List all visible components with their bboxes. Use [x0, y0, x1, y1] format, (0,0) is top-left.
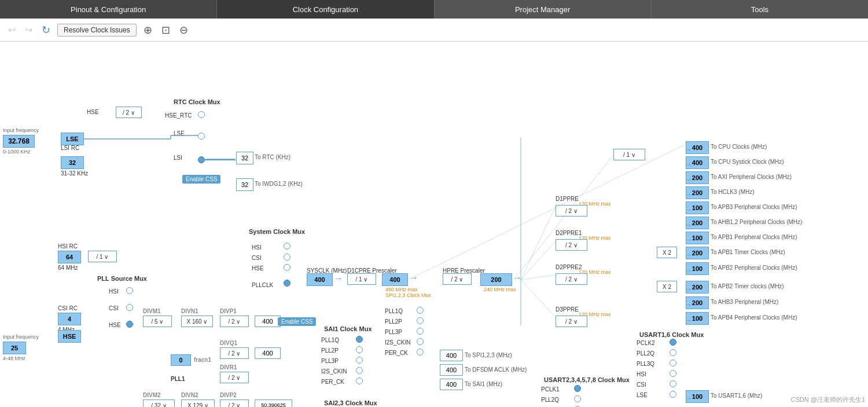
to-cpu-label: To CPU Clocks (MHz): [711, 144, 767, 150]
spi-mux-pll1q[interactable]: [417, 307, 424, 314]
csi-rc-value[interactable]: 4: [58, 313, 81, 325]
divq1-select[interactable]: / 2 ∨: [220, 347, 249, 359]
spi-mux-i2sckin[interactable]: [417, 338, 424, 345]
input-freq2-value[interactable]: 25: [3, 342, 26, 354]
sai1-mux-pll2p[interactable]: [356, 346, 363, 353]
iwdg-output-val[interactable]: 32: [236, 178, 253, 191]
rtc-mux-circle-lse[interactable]: [198, 133, 205, 140]
divp2-select[interactable]: / 2 ∨: [220, 399, 249, 407]
p2-output[interactable]: 50.390625: [255, 399, 292, 407]
resolve-clock-issues-button[interactable]: Resolve Clock Issues: [57, 24, 137, 36]
divp1-select[interactable]: / 2 ∨: [220, 316, 249, 327]
svg-line-7: [521, 241, 556, 280]
sai1-mux-perck[interactable]: [356, 377, 363, 384]
rtc-output-val[interactable]: 32: [236, 152, 253, 164]
usart16-mux-hsi[interactable]: [670, 370, 676, 377]
x2-1-box: X 2: [657, 247, 677, 258]
sys-hsi-label: HSI: [252, 244, 262, 251]
redo-button[interactable]: ↪: [23, 23, 35, 36]
enable-css-button-top[interactable]: Enable CSS: [182, 175, 220, 184]
usart2345-mux-pll2q[interactable]: [574, 395, 581, 402]
pll-src-hse-circle[interactable]: [126, 321, 133, 328]
spi-mux-perck[interactable]: [417, 349, 424, 355]
hsi-rc-value[interactable]: 64: [58, 251, 81, 263]
input-freq-label: Input frequency: [3, 127, 39, 133]
usart16-mux-pclk2[interactable]: [670, 339, 676, 346]
hse-box[interactable]: HSE: [58, 330, 81, 343]
to-rtc-label: To RTC (KHz): [255, 154, 290, 160]
sys-mux-hsi-circle[interactable]: [284, 243, 290, 250]
spi-mux-pll2p[interactable]: [417, 317, 424, 324]
divm1-select[interactable]: / 5 ∨: [143, 316, 172, 327]
sai1-mux-i2sckin[interactable]: [356, 367, 363, 374]
d1ppre-select[interactable]: / 2 ∨: [556, 205, 587, 217]
pll-src-hsi-circle[interactable]: [126, 287, 133, 294]
toolbar: ↩ ↪ ↻ Resolve Clock Issues ⊕ ⊡ ⊖: [0, 19, 868, 42]
zoom-out-button[interactable]: ⊖: [177, 23, 190, 38]
rtc-mux-circle-hse[interactable]: [198, 111, 205, 118]
sys-mux-csi-circle[interactable]: [284, 254, 290, 261]
sai1-val[interactable]: 400: [440, 379, 463, 390]
input-freq-value[interactable]: 32.768: [3, 135, 35, 148]
divr1-select[interactable]: / 2 ∨: [220, 372, 249, 383]
zoom-fit-button[interactable]: ⊡: [159, 23, 172, 38]
rtc-mux-circle-lsi[interactable]: [198, 156, 205, 163]
lse-box[interactable]: LSE: [61, 133, 84, 145]
tab-project[interactable]: Project Manager: [435, 0, 652, 19]
dfsdm-val[interactable]: 400: [440, 364, 463, 376]
tab-tools[interactable]: Tools: [652, 0, 868, 19]
sys-mux-hse-circle[interactable]: [284, 264, 290, 271]
usart16-mux-lse[interactable]: [670, 391, 676, 398]
sai1-pll3p-label: PLL3P: [321, 358, 339, 364]
tab-pinout[interactable]: Pinout & Configuration: [0, 0, 217, 19]
tab-clock[interactable]: Clock Configuration: [217, 0, 434, 19]
sai1-mux-pll1q[interactable]: [356, 336, 363, 343]
spi-perck-label: PER_CK: [385, 350, 408, 356]
x129-select[interactable]: X 129 ∨: [181, 399, 215, 407]
lsi-rc-value[interactable]: 32: [61, 156, 84, 169]
x2-2-box: X 2: [657, 281, 677, 292]
divm2-select[interactable]: / 32 ∨: [143, 399, 175, 407]
divn1-label: DIVN1: [181, 308, 198, 314]
spi-pll3p-label: PLL3P: [385, 329, 402, 335]
spi-mux-pll3p[interactable]: [417, 328, 424, 335]
usart16-mux-pll2q[interactable]: [670, 349, 676, 356]
fracn1-val[interactable]: 0: [171, 354, 191, 366]
divr1-label: DIVR1: [220, 364, 237, 371]
sai1-mux-pll3p[interactable]: [356, 357, 363, 364]
usart2345-mux-pclk1[interactable]: [574, 385, 581, 392]
hpre-output[interactable]: 200: [480, 273, 512, 286]
zoom-fit-icon: ⊡: [161, 24, 170, 36]
undo-button[interactable]: ↩: [6, 23, 18, 36]
d2ppre1-label: D2PPRE1: [556, 230, 582, 236]
enable-css-button-bottom[interactable]: Enable CSS: [278, 317, 316, 326]
to-hclk3-label: To HCLK3 (MHz): [711, 189, 755, 195]
d2ppre1-select[interactable]: / 2 ∨: [556, 239, 587, 251]
pll-src-csi-circle[interactable]: [126, 304, 133, 311]
input-freq2-label: Input frequency: [3, 334, 39, 340]
p1-output[interactable]: 400: [255, 316, 281, 327]
sysclk-value[interactable]: 400: [307, 273, 333, 286]
usart2345-pll2q: PLL2Q: [541, 397, 559, 403]
spi-val[interactable]: 400: [440, 350, 463, 361]
zoom-in-button[interactable]: ⊕: [141, 23, 155, 38]
d1cpre-output[interactable]: 400: [382, 273, 408, 286]
to-axi-label: To AXI Peripheral Clocks (MHz): [711, 174, 792, 180]
hpre-select[interactable]: / 2 ∨: [443, 273, 472, 285]
d3ppre-select[interactable]: / 2 ∨: [556, 316, 587, 327]
div2-rtc-select[interactable]: / 2 ∨: [116, 107, 142, 118]
q1-output[interactable]: 400: [255, 347, 281, 359]
usart16-mux-csi[interactable]: [670, 380, 676, 387]
sys-mux-pllclk-circle[interactable]: [284, 280, 290, 287]
hsi-div1-select[interactable]: / 1 ∨: [88, 251, 117, 262]
usart16-mux-pll3q[interactable]: [670, 360, 676, 366]
hse-rtc-label: HSE_RTC: [165, 112, 192, 119]
d2ppre2-select[interactable]: / 2 ∨: [556, 273, 587, 285]
undo-icon: ↩: [8, 24, 16, 35]
spi-pll1q-label: PLL1Q: [385, 308, 403, 314]
cpu-div1-select[interactable]: / 1 ∨: [613, 149, 645, 160]
x160-select[interactable]: X 160 ∨: [181, 316, 213, 327]
fracn1-label: fracn1: [194, 357, 211, 363]
d1cpre-select[interactable]: / 1 ∨: [347, 273, 376, 285]
refresh-button[interactable]: ↻: [39, 23, 53, 38]
